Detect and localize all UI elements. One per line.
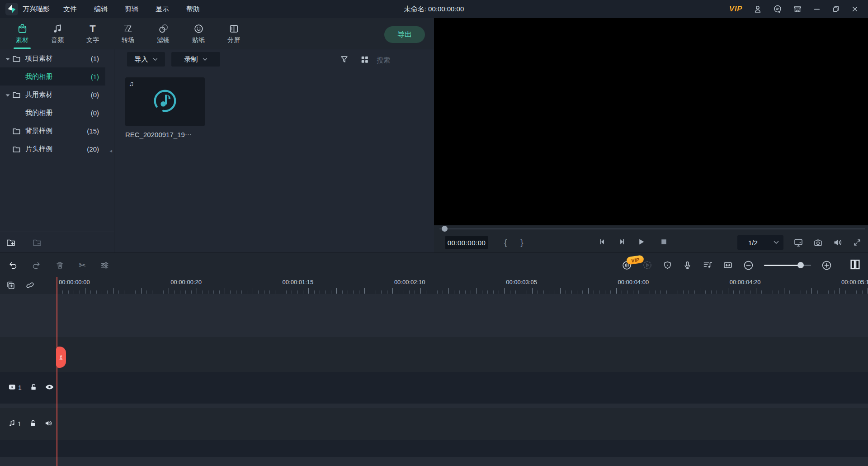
account-icon[interactable] [753,5,762,14]
tab-sticker[interactable]: 贴纸 [181,18,216,49]
tab-filter[interactable]: 滤镜 [146,18,181,49]
vip-badge[interactable]: VIP [729,5,742,14]
lock-open-icon[interactable] [30,383,38,393]
store-icon[interactable] [793,5,802,14]
ruler-tick [560,288,561,294]
menu-item-help[interactable]: 帮助 [186,5,200,14]
timeline-empty-band[interactable] [0,294,868,337]
ruler-tick [409,290,410,294]
record-voiceover-button[interactable] [683,261,692,270]
snapshot-camera-icon[interactable] [813,238,823,247]
ruler-tick [532,288,533,294]
tab-text[interactable]: T 文字 [75,18,110,49]
markers-shield-button[interactable] [663,261,672,270]
ruler-tick [169,288,169,294]
slider-handle[interactable] [797,262,804,268]
zoom-in-button[interactable] [821,260,832,271]
link-clips-icon[interactable] [25,281,35,290]
media-panel: 导入 录制 ♫ [114,49,434,252]
delete-button[interactable] [55,261,65,270]
tab-splitscreen[interactable]: 分屏 [216,18,251,49]
ruler-tick [331,290,331,294]
remove-folder-icon[interactable] [32,238,42,247]
mark-out-button[interactable]: } [520,238,523,247]
ruler-tick [487,290,488,294]
import-label: 导入 [135,55,148,64]
sidebar-item-project-media[interactable]: 项目素材 (1) [0,49,105,67]
menu-item-edit[interactable]: 编辑 [94,5,108,14]
caret-down-icon[interactable] [5,91,10,99]
volume-icon[interactable] [833,238,843,247]
next-frame-button[interactable] [618,238,626,247]
split-scissors-button[interactable]: ✂ [79,261,86,270]
current-timecode[interactable]: 00:00:00:00 [445,236,488,249]
playhead[interactable]: ✂ [57,277,57,466]
timeline-empty-band[interactable] [0,440,868,457]
panel-layout-button[interactable] [849,259,861,272]
filter-icon[interactable] [340,55,349,64]
menu-item-view[interactable]: 显示 [156,5,169,14]
media-clip-item[interactable]: ♫ REC_20200917_19⋯ [125,77,205,139]
ruler-tick [404,290,404,294]
mute-speaker-icon[interactable] [44,419,53,429]
export-button[interactable]: 导出 [384,26,425,43]
menu-item-file[interactable]: 文件 [63,5,77,14]
close-button[interactable] [851,5,859,13]
stop-button[interactable] [660,238,667,247]
redo-button[interactable] [32,261,41,270]
mark-in-button[interactable]: { [504,238,507,247]
playhead-handle[interactable]: ✂ [56,347,66,368]
preview-quality-dropdown[interactable]: 1/2 [737,235,783,250]
tab-transition[interactable]: 转场 [110,18,146,49]
minimize-button[interactable] [813,5,821,13]
audio-beat-detect-button[interactable] [703,260,712,270]
support-chat-icon[interactable] [773,5,782,14]
sidebar-item-intro-samples[interactable]: 片头样例 (20) [0,140,105,158]
timeline-zoom-slider[interactable] [764,262,811,268]
record-button[interactable]: 录制 [171,52,220,67]
tab-media[interactable]: 素材 [5,18,40,49]
fullscreen-icon[interactable] [853,238,862,247]
sidebar-item-background-samples[interactable]: 背景样例 (15) [0,122,105,140]
undo-button[interactable] [8,261,18,270]
adjust-settings-button[interactable] [100,261,109,270]
render-preview-button[interactable] [642,260,652,270]
sidebar-item-my-album-project[interactable]: 我的相册 (1) [0,67,105,86]
lock-open-icon[interactable] [29,419,37,429]
previous-frame-button[interactable] [599,238,606,247]
ruler-tick [281,288,281,294]
speed-ramping-button[interactable]: VIP [622,260,632,271]
add-to-track-icon[interactable] [6,281,16,290]
caret-down-icon[interactable] [5,55,10,62]
seek-track[interactable] [439,228,865,229]
menu-item-clip[interactable]: 剪辑 [125,5,138,14]
sidebar-collapse-handle[interactable]: ◂ [109,148,112,154]
track-number: 1 [18,420,21,428]
fit-timeline-button[interactable] [723,260,733,270]
timeline-ruler[interactable]: 00:00:00:0000:00:00:2000:00:01:1500:00:0… [57,277,868,294]
video-track[interactable]: 1 [0,372,868,404]
restore-button[interactable] [832,5,840,13]
video-viewport[interactable] [434,18,868,225]
app-logo-icon[interactable] [5,3,18,15]
eye-visibility-icon[interactable] [45,382,54,394]
grid-view-icon[interactable] [360,55,369,66]
ruler-tick [633,290,633,294]
sidebar-item-count: (20) [87,145,99,153]
timeline-empty-band[interactable] [0,337,868,372]
tab-audio[interactable]: 音频 [40,18,75,49]
sidebar-item-label: 我的相册 [25,109,52,117]
play-button[interactable] [637,238,645,247]
zoom-out-button[interactable] [743,260,754,271]
sidebar-item-my-album-shared[interactable]: 我的相册 (0) [0,104,105,122]
sidebar-item-shared-media[interactable]: 共用素材 (0) [0,86,105,104]
seek-handle[interactable] [442,226,448,232]
ruler-tick [135,290,136,294]
import-button[interactable]: 导入 [127,52,165,67]
display-device-icon[interactable] [793,238,803,247]
add-folder-icon[interactable] [6,238,16,247]
ruler-tick [823,290,823,294]
sticker-smiley-icon [193,23,204,35]
timeline-empty-band[interactable] [0,457,868,466]
audio-track[interactable]: 1 [0,408,868,440]
